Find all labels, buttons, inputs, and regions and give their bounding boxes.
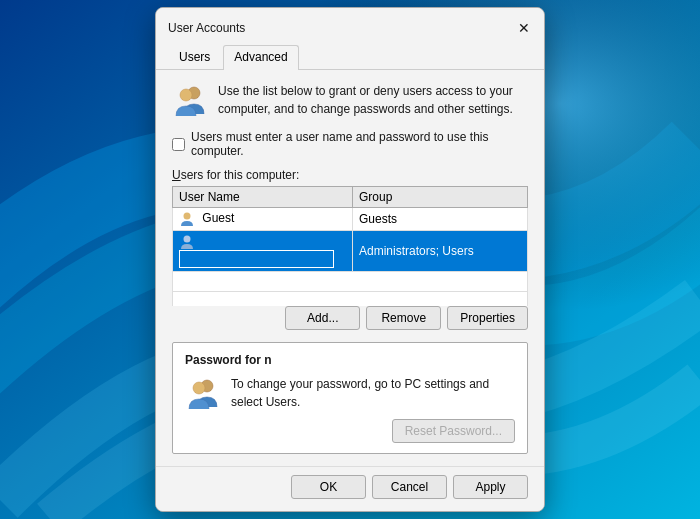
- svg-point-3: [180, 89, 192, 101]
- table-row[interactable]: Guest Guests: [173, 208, 528, 231]
- svg-point-5: [184, 236, 191, 243]
- reset-password-button[interactable]: Reset Password...: [392, 419, 515, 443]
- user-accounts-dialog: User Accounts ✕ Users Advanced: [155, 7, 545, 512]
- cancel-button[interactable]: Cancel: [372, 475, 447, 499]
- user-table-wrapper: User Name Group Guest: [172, 186, 528, 306]
- tab-advanced[interactable]: Advanced: [223, 45, 298, 70]
- user-row-icon: [179, 211, 195, 227]
- password-icon: [185, 375, 221, 411]
- password-buttons: Reset Password...: [185, 419, 515, 443]
- table-action-buttons: Add... Remove Properties: [172, 306, 528, 330]
- users-icon: [172, 82, 208, 118]
- require-password-checkbox[interactable]: [172, 138, 185, 151]
- user-name-cell: Guest: [173, 208, 353, 231]
- add-button[interactable]: Add...: [285, 306, 360, 330]
- remove-button[interactable]: Remove: [366, 306, 441, 330]
- table-empty-row: [173, 272, 528, 292]
- table-header-row: User Name Group: [173, 187, 528, 208]
- password-info-text: To change your password, go to PC settin…: [231, 375, 515, 411]
- password-section-title: Password for n: [185, 353, 515, 367]
- dialog-content: Use the list below to grant or deny user…: [156, 70, 544, 466]
- table-row[interactable]: Administrators; Users: [173, 231, 528, 272]
- close-button[interactable]: ✕: [512, 16, 536, 40]
- apply-button[interactable]: Apply: [453, 475, 528, 499]
- password-users-icon: [185, 375, 221, 411]
- svg-point-7: [193, 382, 205, 394]
- password-section: Password for n To change your password, …: [172, 342, 528, 454]
- svg-point-4: [184, 213, 191, 220]
- properties-button[interactable]: Properties: [447, 306, 528, 330]
- users-section-label: Users for this computer:: [172, 168, 528, 182]
- column-header-group: Group: [353, 187, 528, 208]
- user-table: User Name Group Guest: [172, 186, 528, 306]
- info-row: Use the list below to grant or deny user…: [172, 82, 528, 118]
- user-name-cell-selected: [173, 231, 353, 272]
- password-info-row: To change your password, go to PC settin…: [185, 375, 515, 411]
- require-password-label[interactable]: Users must enter a user name and passwor…: [191, 130, 528, 158]
- user-group-cell: Guests: [353, 208, 528, 231]
- dialog-title: User Accounts: [168, 21, 245, 35]
- tab-users[interactable]: Users: [168, 45, 221, 70]
- ok-button[interactable]: OK: [291, 475, 366, 499]
- column-header-username: User Name: [173, 187, 353, 208]
- dialog-overlay: User Accounts ✕ Users Advanced: [0, 0, 700, 519]
- user-group-cell-selected: Administrators; Users: [353, 231, 528, 272]
- username-input[interactable]: [179, 250, 334, 268]
- checkbox-row: Users must enter a user name and passwor…: [172, 130, 528, 158]
- table-empty-row: [173, 292, 528, 307]
- info-description: Use the list below to grant or deny user…: [218, 82, 528, 118]
- title-bar: User Accounts ✕: [156, 8, 544, 40]
- tabs-container: Users Advanced: [156, 40, 544, 70]
- dialog-footer: OK Cancel Apply: [156, 466, 544, 511]
- user-row-icon-selected: [179, 234, 195, 250]
